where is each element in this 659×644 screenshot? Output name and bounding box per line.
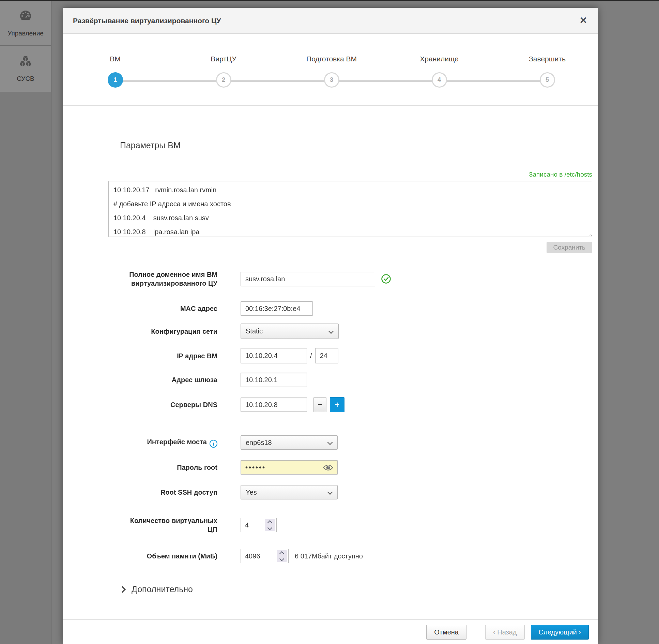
gauge-icon <box>18 10 33 25</box>
wizard-step-virtcu[interactable]: ВиртЦУ 2 <box>186 55 261 88</box>
memory-label: Объем памяти (МиБ) <box>147 552 217 560</box>
form-row-fqdn: Полное доменное имя ВМ виртуализированно… <box>63 270 598 288</box>
form-row-vcpus: Количество виртуальных ЦП 4 <box>63 516 598 534</box>
dialog-title: Развёртывание виртуализированного ЦУ <box>63 8 598 33</box>
form-row-root-password: Пароль root <box>63 460 598 475</box>
wizard-step-finish[interactable]: Завершить 5 <box>510 55 585 88</box>
memory-available-text: 6 017Мбайт доступно <box>295 552 363 560</box>
cancel-button[interactable]: Отмена <box>426 625 466 640</box>
dns-label: Серверы DNS <box>170 400 217 409</box>
info-icon[interactable]: i <box>210 440 217 448</box>
deploy-wizard-dialog: Развёртывание виртуализированного ЦУ ✕ В… <box>63 8 598 644</box>
sidebar-item-label: Управление <box>7 30 44 37</box>
chevron-right-icon <box>119 586 126 593</box>
dns-server-input[interactable] <box>241 398 307 412</box>
wizard-page-content: Параметры ВМ Записано в /etc/hosts 10.10… <box>63 106 598 619</box>
sidebar: Управление СУСВ <box>0 1 51 644</box>
memory-stepper: 4096 <box>241 549 289 563</box>
stepper-arrows[interactable] <box>265 519 275 531</box>
hosts-status-text: Записано в /etc/hosts <box>108 171 592 178</box>
chevron-down-icon <box>328 329 334 334</box>
hosts-textarea[interactable]: 10.10.20.17 rvmin.rosa.lan rvmin # добав… <box>108 181 592 237</box>
dialog-body: ВМ 1 ВиртЦУ 2 Подготовка ВМ 3 Хранилище … <box>63 34 598 644</box>
form-row-network-config: Конфигурация сети Static <box>63 324 598 339</box>
wizard-step-storage[interactable]: Хранилище 4 <box>402 55 477 88</box>
save-row: Сохранить <box>108 242 592 253</box>
ip-prefix-separator: / <box>310 352 312 360</box>
ip-prefix-input[interactable] <box>315 348 338 363</box>
close-icon[interactable]: ✕ <box>577 8 589 33</box>
sidebar-item-label: СУСВ <box>17 75 34 83</box>
save-button[interactable]: Сохранить <box>547 242 592 253</box>
fqdn-label: Полное доменное имя ВМ виртуализированно… <box>129 270 217 288</box>
step-circle-4: 4 <box>432 72 447 88</box>
top-navbar <box>0 0 659 1</box>
add-dns-button[interactable]: + <box>330 397 344 412</box>
root-ssh-select[interactable]: Yes <box>241 485 338 499</box>
chevron-up-icon <box>267 520 272 525</box>
chevron-down-icon <box>327 440 333 445</box>
step-circle-5: 5 <box>540 72 555 88</box>
bridge-interface-select[interactable]: enp6s18 <box>241 435 338 450</box>
step-circle-1: 1 <box>108 72 123 88</box>
form-row-bridge: Интерфейс мостаi enp6s18 <box>63 435 598 450</box>
mac-address-input[interactable] <box>241 301 313 316</box>
dialog-footer: Отмена ‹ Назад Следующий › <box>63 619 598 644</box>
step-circle-2: 2 <box>216 72 231 88</box>
screen: Управление СУСВ Развёртывание виртуализи… <box>0 0 659 644</box>
fqdn-input[interactable] <box>241 272 375 286</box>
vm-parameters-form: Полное доменное имя ВМ виртуализированно… <box>63 270 598 563</box>
form-row-gateway: Адрес шлюза <box>63 373 598 387</box>
form-row-dns: Серверы DNS − + <box>63 397 598 412</box>
chevron-down-icon <box>279 556 284 561</box>
network-config-label: Конфигурация сети <box>151 327 217 336</box>
advanced-label: Дополнительно <box>132 584 193 594</box>
hosts-editor: Записано в /etc/hosts 10.10.20.17 rvmin.… <box>108 171 592 253</box>
bridge-label: Интерфейс мостаi <box>147 437 217 448</box>
page-title: Параметры ВМ <box>120 140 598 150</box>
chevron-down-icon <box>327 490 333 495</box>
vcpus-label: Количество виртуальных ЦП <box>130 516 217 534</box>
wizard-step-vm-prepare[interactable]: Подготовка ВМ 3 <box>294 55 369 88</box>
form-row-memory: Объем памяти (МиБ) 4096 6 017Мбайт досту… <box>63 549 598 563</box>
step-circle-3: 3 <box>324 72 339 88</box>
vcpus-stepper: 4 <box>241 518 277 532</box>
remove-dns-button[interactable]: − <box>313 397 326 412</box>
sidebar-item-susv[interactable]: СУСВ <box>0 46 51 92</box>
dialog-header: Развёртывание виртуализированного ЦУ ✕ <box>63 8 598 34</box>
gateway-label: Адрес шлюза <box>172 375 217 384</box>
root-ssh-label: Root SSH доступ <box>160 488 217 497</box>
back-button[interactable]: ‹ Назад <box>485 625 525 640</box>
eye-icon[interactable] <box>323 464 334 473</box>
wizard-step-vm[interactable]: ВМ 1 <box>78 55 153 88</box>
root-password-label: Пароль root <box>177 463 217 472</box>
chevron-down-icon <box>267 525 272 530</box>
form-row-root-ssh: Root SSH доступ Yes <box>63 485 598 499</box>
advanced-expander[interactable]: Дополнительно <box>120 584 598 594</box>
network-config-select[interactable]: Static <box>241 324 339 339</box>
cubes-icon <box>18 55 33 70</box>
gateway-input[interactable] <box>241 373 307 387</box>
valid-check-icon <box>381 274 391 284</box>
ip-label: IP адрес ВМ <box>177 351 217 360</box>
form-row-ip: IP адрес ВМ / <box>63 348 598 363</box>
chevron-up-icon <box>279 551 284 556</box>
stepper-arrows[interactable] <box>277 550 287 562</box>
form-row-mac: MAC адрес <box>63 301 598 316</box>
ip-address-input[interactable] <box>241 348 307 363</box>
sidebar-item-management[interactable]: Управление <box>0 1 51 46</box>
mac-label: MAC адрес <box>180 304 217 313</box>
next-button[interactable]: Следующий › <box>531 625 589 640</box>
